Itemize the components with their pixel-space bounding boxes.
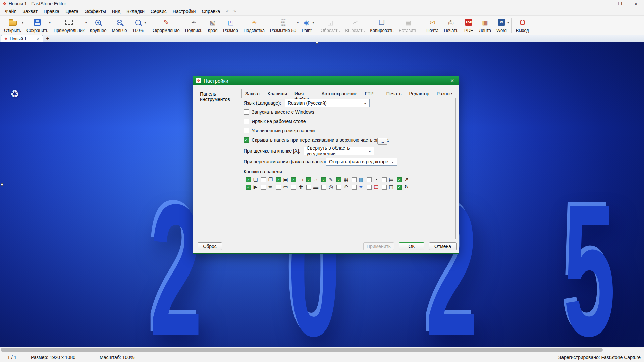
settings-checkbox-1[interactable] <box>244 119 249 124</box>
horizontal-scrollbar[interactable] <box>0 347 644 352</box>
panel-button-checkbox[interactable] <box>382 177 387 182</box>
menu-item-colors[interactable]: Цвета <box>62 8 82 15</box>
panel-button-checkbox[interactable]: ✓ <box>397 185 402 190</box>
panel-button-checkbox[interactable] <box>336 185 341 190</box>
dropdown-arrow-icon[interactable]: ▾ <box>85 21 87 24</box>
panel-button-checkbox[interactable] <box>306 185 311 190</box>
settings-checkbox-0[interactable] <box>244 109 249 115</box>
menu-item-settings[interactable]: Настройки <box>170 8 199 15</box>
toolbar-button-copy[interactable]: ❐Копировать <box>367 17 396 35</box>
panel-button-checkbox[interactable] <box>276 185 281 190</box>
close-button[interactable]: ✕ <box>628 0 644 7</box>
menu-item-help[interactable]: Справка <box>199 8 223 15</box>
menu-item-edit[interactable]: Правка <box>41 8 62 15</box>
toolbar-button-ribbon[interactable]: ▥Лента <box>476 17 494 35</box>
dialog-titlebar[interactable]: ❖ Настройки ✕ <box>193 76 459 85</box>
selection-handle-top[interactable] <box>316 42 318 44</box>
dialog-tab-ftp[interactable]: FTP <box>361 89 377 98</box>
settings-checkbox-2[interactable] <box>244 128 249 133</box>
settings-checkbox-3[interactable]: ✓ <box>244 137 249 143</box>
document-tab[interactable]: ❖ Новый 1 ✕ <box>1 35 43 42</box>
more-options-button[interactable]: ... <box>377 138 387 145</box>
toolbar-button-zoom-100[interactable]: ▾100% <box>130 17 146 35</box>
panel-button-checkbox[interactable] <box>261 185 266 190</box>
panel-button-checkbox[interactable]: ✓ <box>336 177 341 182</box>
dialog-tab-autosave[interactable]: Автосохранение <box>318 89 361 98</box>
crop-icon: ◱ <box>327 18 333 27</box>
new-tab-button[interactable]: + <box>43 35 52 42</box>
toolbar-button-draw[interactable]: ✎Оформление <box>150 17 182 35</box>
toolbar-button-save[interactable]: ▾Сохранить <box>24 17 51 35</box>
panel-button-checkbox[interactable] <box>367 185 372 190</box>
reset-button[interactable]: Сброс <box>198 242 222 250</box>
toolbar-button-paint[interactable]: ◉▾Paint <box>299 17 314 35</box>
toolbar-button-paste[interactable]: ▤Вставить <box>396 17 420 35</box>
dialog-tab-editor[interactable]: Редактор <box>406 89 433 98</box>
dropdown-arrow-icon[interactable]: ▾ <box>49 21 51 24</box>
panel-button-checkbox[interactable] <box>291 185 296 190</box>
panel-button-checkbox[interactable] <box>352 177 357 182</box>
panel-button-icon: ▦ <box>343 177 349 183</box>
toolbar-button-crop[interactable]: ◱Обрезать <box>318 17 342 35</box>
apply-button[interactable]: Применить <box>363 242 394 250</box>
toolbar-button-mail[interactable]: ✉Почта <box>424 17 441 35</box>
dropdown-arrow-icon[interactable]: ▾ <box>507 21 509 24</box>
panel-button-option: ▤ <box>367 184 382 190</box>
ok-button[interactable]: ОК <box>399 242 424 250</box>
panel-button-checkbox[interactable] <box>367 177 372 182</box>
dropdown-arrow-icon[interactable]: ▾ <box>22 21 24 24</box>
toolbar-button-word[interactable]: W▾Word <box>494 17 509 35</box>
drag-action-select[interactable]: Открыть файл в редакторе ⌄ <box>326 158 397 166</box>
menu-item-capture[interactable]: Захват <box>19 8 40 15</box>
toolbar-button-caption[interactable]: ✒Подпись <box>182 17 205 35</box>
panel-button-checkbox[interactable]: ✓ <box>306 177 311 182</box>
toolbar-button-zoom-in[interactable]: +Крупнее <box>87 17 109 35</box>
toolbar-button-blur[interactable]: ▒▾Размытие 50 <box>267 17 299 35</box>
maximize-button[interactable]: ❐ <box>612 0 628 7</box>
toolbar-button-rectangle[interactable]: ▾Прямоугольник <box>51 17 87 35</box>
redo-icon[interactable]: ↷ <box>232 9 236 14</box>
menu-item-effects[interactable]: Эффекты <box>82 8 109 15</box>
menu-item-file[interactable]: Файл <box>2 8 19 15</box>
toolbar-button-spotlight[interactable]: ☀Подсветка <box>241 17 267 35</box>
close-action-select[interactable]: Свернуть в область уведомлений ⌄ <box>304 147 374 155</box>
panel-button-checkbox[interactable] <box>261 177 266 182</box>
toolbar-button-cut[interactable]: ✂Вырезать <box>342 17 367 35</box>
cancel-button[interactable]: Отмена <box>429 242 457 250</box>
toolbar-button-zoom-out[interactable]: −Мельче <box>109 17 129 35</box>
toolbar-button-exit[interactable]: Выход <box>513 17 532 35</box>
toolbar-button-open[interactable]: ▾Открыть <box>1 17 24 35</box>
undo-icon[interactable]: ↶ <box>226 9 230 14</box>
dialog-close-button[interactable]: ✕ <box>447 76 457 85</box>
dialog-tab-toolbar[interactable]: Панель инструментов <box>196 89 241 98</box>
panel-button-checkbox[interactable] <box>382 185 387 190</box>
panel-button-checkbox[interactable]: ✓ <box>321 177 326 182</box>
panel-button-checkbox[interactable] <box>352 185 357 190</box>
toolbar-button-print[interactable]: ⎙Печать <box>441 17 461 35</box>
panel-button-checkbox[interactable]: ✓ <box>246 177 251 182</box>
menu-item-tabs[interactable]: Вкладки <box>123 8 148 15</box>
panel-button-checkbox[interactable]: ✓ <box>246 185 251 190</box>
toolbar-button-pdf[interactable]: PDFPDF <box>461 17 476 35</box>
menu-item-service[interactable]: Сервис <box>148 8 170 15</box>
dialog-tab-print[interactable]: Печать <box>383 89 406 98</box>
dropdown-arrow-icon[interactable]: ▾ <box>312 21 314 24</box>
tab-close-icon[interactable]: ✕ <box>37 37 40 41</box>
selection-handle-left[interactable] <box>1 183 3 186</box>
dropdown-arrow-icon[interactable]: ▾ <box>297 21 299 24</box>
dialog-tab-hotkeys[interactable]: Клавиши <box>264 89 291 98</box>
dialog-tab-filename[interactable]: Имя файла <box>291 89 318 98</box>
panel-button-checkbox[interactable]: ✓ <box>291 177 296 182</box>
dialog-tab-capture[interactable]: Захват <box>241 89 264 98</box>
toolbar-button-edges[interactable]: ▧Края <box>205 17 220 35</box>
panel-button-checkbox[interactable] <box>321 185 326 190</box>
panel-button-checkbox[interactable]: ✓ <box>276 177 281 182</box>
panel-button-checkbox[interactable]: ✓ <box>397 177 402 182</box>
menu-item-view[interactable]: Вид <box>109 8 123 15</box>
minimize-button[interactable]: – <box>596 0 612 7</box>
toolbar-button-resize[interactable]: ◳Размер <box>220 17 241 35</box>
dropdown-arrow-icon[interactable]: ▾ <box>144 21 146 24</box>
language-select[interactable]: Russian (Русский) ⌄ <box>285 99 370 107</box>
dialog-tab-misc[interactable]: Разное <box>433 89 456 98</box>
scrollbar-thumb[interactable] <box>1 348 603 352</box>
